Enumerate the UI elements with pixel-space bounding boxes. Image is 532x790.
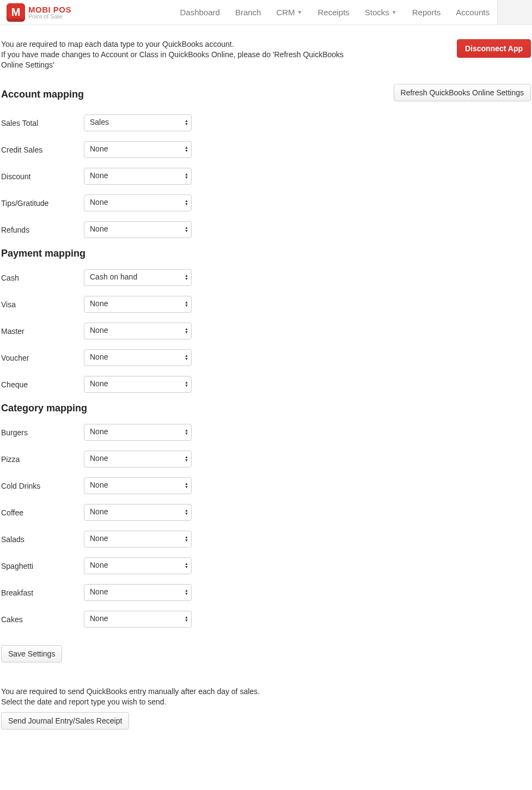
intro-row: You are required to map each data type t… <box>1 31 531 75</box>
nav-crm-label: CRM <box>276 8 295 17</box>
refresh-quickbooks-button[interactable]: Refresh QuickBooks Online Settings <box>394 84 531 101</box>
logo[interactable]: M MOBI POS Point of Sale <box>2 1 76 24</box>
select-credit-sales-value[interactable]: None <box>84 141 192 158</box>
label-cash: Cash <box>1 272 84 282</box>
select-cash[interactable]: Cash on hand ▲▼ <box>84 269 192 286</box>
field-sales-total: Sales Total Sales ▲▼ <box>1 114 531 131</box>
select-pizza-value[interactable]: None <box>84 451 192 467</box>
field-discount: Discount None ▲▼ <box>1 168 531 185</box>
field-cold-drinks: Cold Drinks None ▲▼ <box>1 477 531 494</box>
select-refunds[interactable]: None ▲▼ <box>84 221 192 238</box>
select-cold-drinks-value[interactable]: None <box>84 477 192 494</box>
account-mapping-title: Account mapping <box>1 89 84 100</box>
field-voucher: Voucher None ▲▼ <box>1 349 531 366</box>
label-discount: Discount <box>1 171 84 181</box>
label-voucher: Voucher <box>1 353 84 362</box>
save-settings-button[interactable]: Save Settings <box>1 645 62 663</box>
label-spaghetti: Spaghetti <box>1 561 84 570</box>
nav-branch[interactable]: Branch <box>228 0 269 25</box>
field-cakes: Cakes None ▲▼ <box>1 611 531 628</box>
intro-line-1: You are required to map each data type t… <box>1 39 350 50</box>
nav-receipts[interactable]: Receipts <box>310 0 357 25</box>
nav-stocks[interactable]: Stocks ▼ <box>357 0 405 25</box>
select-visa[interactable]: None ▲▼ <box>84 296 192 313</box>
label-breakfast: Breakfast <box>1 587 84 597</box>
select-burgers[interactable]: None ▲▼ <box>84 424 192 441</box>
field-spaghetti: Spaghetti None ▲▼ <box>1 557 531 574</box>
select-sales-total[interactable]: Sales ▲▼ <box>84 114 192 131</box>
nav-accounts[interactable]: Accounts <box>448 0 497 25</box>
select-sales-total-value[interactable]: Sales <box>84 114 192 131</box>
select-cheque-value[interactable]: None <box>84 376 192 393</box>
field-credit-sales: Credit Sales None ▲▼ <box>1 141 531 158</box>
label-sales-total: Sales Total <box>1 118 84 127</box>
field-burgers: Burgers None ▲▼ <box>1 424 531 441</box>
label-visa: Visa <box>1 299 84 309</box>
field-cash: Cash Cash on hand ▲▼ <box>1 269 531 286</box>
logo-icon: M <box>7 3 25 22</box>
select-credit-sales[interactable]: None ▲▼ <box>84 141 192 158</box>
select-master[interactable]: None ▲▼ <box>84 323 192 339</box>
select-breakfast-value[interactable]: None <box>84 584 192 601</box>
field-salads: Salads None ▲▼ <box>1 531 531 548</box>
field-cheque: Cheque None ▲▼ <box>1 376 531 393</box>
select-tips[interactable]: None ▲▼ <box>84 195 192 211</box>
chevron-down-icon: ▼ <box>297 9 303 15</box>
footer-text: You are required to send QuickBooks entr… <box>1 686 531 708</box>
label-salads: Salads <box>1 534 84 544</box>
label-credit-sales: Credit Sales <box>1 144 84 154</box>
field-master: Master None ▲▼ <box>1 323 531 339</box>
select-spaghetti-value[interactable]: None <box>84 557 192 574</box>
nav-dashboard[interactable]: Dashboard <box>172 0 227 25</box>
chevron-down-icon: ▼ <box>392 9 397 15</box>
category-mapping-title: Category mapping <box>1 403 531 414</box>
logo-text: MOBI POS Point of Sale <box>28 5 71 20</box>
select-burgers-value[interactable]: None <box>84 424 192 441</box>
label-refunds: Refunds <box>1 224 84 234</box>
select-tips-value[interactable]: None <box>84 195 192 211</box>
select-cakes[interactable]: None ▲▼ <box>84 611 192 628</box>
nav-reports[interactable]: Reports <box>405 0 449 25</box>
select-visa-value[interactable]: None <box>84 296 192 313</box>
select-cheque[interactable]: None ▲▼ <box>84 376 192 393</box>
payment-mapping-title: Payment mapping <box>1 248 531 259</box>
label-cold-drinks: Cold Drinks <box>1 481 84 490</box>
intro-line-2: If you have made changes to Account or C… <box>1 50 350 70</box>
logo-subtitle: Point of Sale <box>28 14 71 20</box>
label-coffee: Coffee <box>1 507 84 517</box>
select-discount[interactable]: None ▲▼ <box>84 168 192 185</box>
select-breakfast[interactable]: None ▲▼ <box>84 584 192 601</box>
footer-line-2: Select the date and report type you wish… <box>1 697 531 708</box>
field-visa: Visa None ▲▼ <box>1 296 531 313</box>
label-cheque: Cheque <box>1 379 84 389</box>
select-pizza[interactable]: None ▲▼ <box>84 451 192 467</box>
select-voucher-value[interactable]: None <box>84 349 192 366</box>
field-tips: Tips/Gratitude None ▲▼ <box>1 195 531 211</box>
field-coffee: Coffee None ▲▼ <box>1 504 531 521</box>
field-refunds: Refunds None ▲▼ <box>1 221 531 238</box>
select-coffee-value[interactable]: None <box>84 504 192 521</box>
field-pizza: Pizza None ▲▼ <box>1 451 531 467</box>
label-burgers: Burgers <box>1 427 84 437</box>
label-cakes: Cakes <box>1 614 84 624</box>
select-coffee[interactable]: None ▲▼ <box>84 504 192 521</box>
select-salads-value[interactable]: None <box>84 531 192 548</box>
nav-menu: Dashboard Branch CRM ▼ Receipts Stocks ▼… <box>172 0 532 25</box>
select-salads[interactable]: None ▲▼ <box>84 531 192 548</box>
nav-crm[interactable]: CRM ▼ <box>268 0 310 25</box>
logo-title: MOBI POS <box>28 5 71 14</box>
select-spaghetti[interactable]: None ▲▼ <box>84 557 192 574</box>
send-journal-entry-button[interactable]: Send Journal Entry/Sales Receipt <box>1 712 129 730</box>
select-discount-value[interactable]: None <box>84 168 192 185</box>
nav-stocks-label: Stocks <box>365 8 389 17</box>
select-cakes-value[interactable]: None <box>84 611 192 628</box>
select-cold-drinks[interactable]: None ▲▼ <box>84 477 192 494</box>
select-voucher[interactable]: None ▲▼ <box>84 349 192 366</box>
field-breakfast: Breakfast None ▲▼ <box>1 584 531 601</box>
footer-line-1: You are required to send QuickBooks entr… <box>1 686 531 697</box>
select-cash-value[interactable]: Cash on hand <box>84 269 192 286</box>
select-refunds-value[interactable]: None <box>84 221 192 238</box>
disconnect-app-button[interactable]: Disconnect App <box>457 39 531 58</box>
account-mapping-header-row: Account mapping Refresh QuickBooks Onlin… <box>1 81 531 105</box>
select-master-value[interactable]: None <box>84 323 192 339</box>
